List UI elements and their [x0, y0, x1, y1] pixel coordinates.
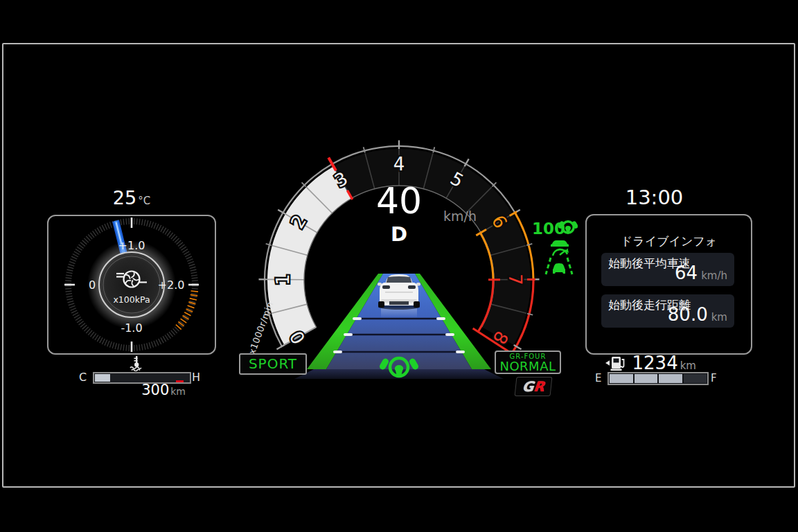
odometer-unit: km	[170, 386, 186, 397]
gear-indicator: D	[374, 222, 424, 246]
fuel-segment	[659, 374, 682, 383]
odometer: 300km	[97, 382, 186, 398]
boost-gauge-panel: x100kPa+1.00+2.0-1.0	[47, 215, 216, 355]
outside-temperature-value: 25	[113, 187, 136, 209]
drive-info-row-distance: 始動後走行距離 80.0km	[601, 294, 734, 328]
odometer-value: 300	[141, 382, 169, 398]
drive-info-row-avg-speed: 始動後平均車速 64km/h	[601, 253, 734, 286]
gr-logo: GR	[515, 377, 553, 396]
fuel-range-unit: km	[680, 360, 696, 372]
fuel-segment	[684, 374, 707, 383]
fuel-range: 1234km	[609, 353, 696, 373]
fuel-range-value: 1234	[632, 353, 678, 373]
fuel-segment	[635, 374, 658, 383]
svg-text:7: 7	[505, 274, 526, 285]
coolant-cold-label: C	[79, 371, 87, 384]
boost-label-left: 0	[89, 278, 96, 292]
radar-cruise-icon	[548, 238, 573, 257]
fuel-level-bar	[608, 372, 709, 385]
fuel-empty-label: E	[595, 372, 601, 384]
speed-value: 40	[341, 183, 457, 219]
gr-four-mode: NORMAL	[496, 360, 560, 372]
coolant-temp-fill	[95, 374, 110, 382]
distance-unit: km	[711, 311, 727, 323]
boost-unit-label: x100kPa	[113, 294, 150, 305]
road-scene	[294, 274, 504, 379]
drive-info-panel: ドライブインフォ 始動後平均車速 64km/h 始動後走行距離 80.0km	[585, 214, 752, 355]
drive-info-title: ドライブインフォ	[587, 233, 751, 249]
outside-temperature-unit: °C	[138, 195, 150, 207]
avg-speed-unit: km/h	[701, 269, 727, 282]
lane-tracing-assist-icon	[558, 218, 578, 236]
clock: 13:00	[573, 186, 736, 209]
lane-departure-icon	[544, 257, 574, 275]
instrument-cluster: 25°C x100kPa+1.00+2.0-1.0 C H 300km	[0, 0, 798, 532]
avg-speed-value: 64	[675, 263, 698, 283]
coolant-hot-label: H	[192, 371, 200, 384]
gr-four-badge: GR-FOUR NORMAL	[495, 351, 561, 374]
drive-mode-badge: SPORT	[239, 353, 307, 375]
svg-text:1: 1	[272, 274, 293, 285]
distance-value: 80.0	[668, 304, 708, 325]
fuel-full-label: F	[711, 372, 717, 384]
boost-label-top: +1.0	[118, 239, 145, 252]
coolant-temp-icon	[130, 355, 143, 371]
fuel-segment	[610, 374, 633, 383]
tach-unit-label: x1000r/min	[247, 300, 275, 355]
speed-unit: km/h	[443, 209, 477, 224]
gr-logo-r: R	[533, 378, 545, 395]
boost-label-bottom: -1.0	[121, 321, 142, 335]
outside-temperature: 25°C	[73, 187, 190, 209]
boost-gauge: x100kPa+1.00+2.0-1.0	[48, 216, 215, 353]
boost-label-right: +2.0	[158, 278, 185, 292]
svg-text:4: 4	[393, 154, 405, 175]
